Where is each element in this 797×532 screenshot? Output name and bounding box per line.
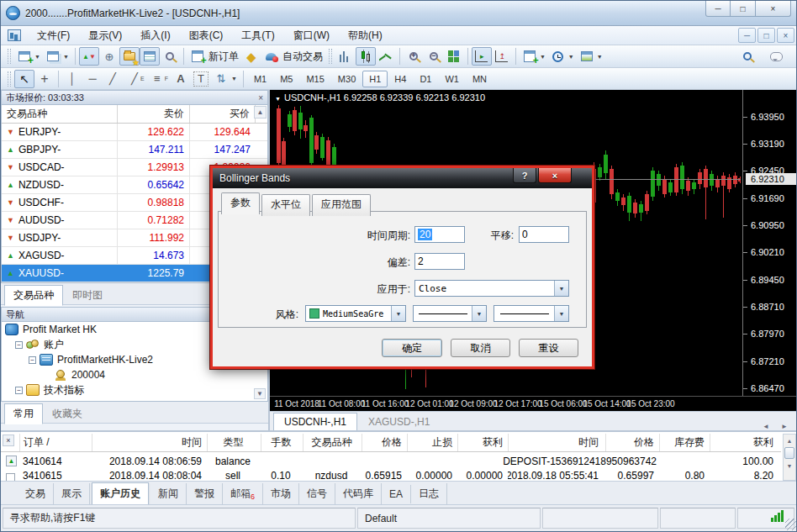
menu-item-w[interactable]: 窗口(W) <box>284 26 339 45</box>
navigator-tab-0[interactable]: 常用 <box>4 403 43 424</box>
terminal-tab-[interactable]: 日志 <box>411 483 447 504</box>
channel-tool[interactable]: ╱E <box>123 70 147 88</box>
metaeditor-button[interactable]: ◆ <box>241 47 261 66</box>
toolbar-grip[interactable] <box>8 49 11 64</box>
dropdown-caret-icon[interactable]: ▼ <box>554 306 568 321</box>
terminal-tab-[interactable]: 代码库 <box>335 483 382 504</box>
terminal-toggle[interactable] <box>140 47 160 66</box>
terminal-row-balance[interactable]: ▲ 34106142018.09.14 08:06:59balanceDEPOS… <box>1 452 781 471</box>
zoom-in-button[interactable]: + <box>404 47 424 66</box>
chart-tab-usdcnhh1[interactable]: USDCNH-,H1 <box>273 413 357 430</box>
market-watch-toggle[interactable]: ▲▼ <box>79 47 99 66</box>
tree-expander-icon[interactable]: − <box>15 387 23 394</box>
trendline-tool[interactable]: ╱ <box>103 70 123 88</box>
chart-window-icon[interactable] <box>8 29 21 41</box>
menu-item-f[interactable]: 文件(F) <box>28 26 79 45</box>
data-window-button[interactable]: ⊕ <box>99 47 119 66</box>
cancel-button[interactable]: 取消 <box>451 339 510 357</box>
menu-item-v[interactable]: 显示(V) <box>79 26 131 45</box>
menu-item-h[interactable]: 帮助(H) <box>339 26 392 45</box>
style-color-select[interactable]: MediumSeaGre ▼ <box>305 305 406 322</box>
autotrading-button[interactable]: 自动交易 <box>261 47 325 66</box>
dialog-tab-1[interactable]: 水平位 <box>261 194 310 216</box>
terminal-tab-[interactable]: 信号 <box>299 483 335 504</box>
reset-button[interactable]: 重设 <box>519 339 578 357</box>
terminal-tab-[interactable]: 新闻 <box>150 483 187 504</box>
scroll-thumb[interactable] <box>784 447 794 459</box>
menu-item-t[interactable]: 工具(T) <box>232 26 283 45</box>
terminal-tab-[interactable]: 账户历史 <box>92 482 149 505</box>
timeframe-m15[interactable]: M15 <box>299 71 330 87</box>
text-tool[interactable]: A <box>171 70 191 88</box>
timeframe-h4[interactable]: H4 <box>388 71 413 87</box>
dropdown-caret-icon[interactable]: ▼ <box>554 281 568 296</box>
terminal-tab-[interactable]: 警报 <box>187 483 223 504</box>
timeframe-d1[interactable]: D1 <box>413 71 438 87</box>
toolbar-grip[interactable] <box>329 49 332 64</box>
crosshair-tool[interactable]: + <box>34 70 55 88</box>
zoom-out-button[interactable]: − <box>424 47 444 66</box>
bar-chart-button[interactable] <box>335 47 356 66</box>
strategy-tester-button[interactable] <box>160 47 180 66</box>
terminal-tab-[interactable]: 交易 <box>18 483 54 504</box>
arrows-tool[interactable]: ⇅▼ <box>211 70 240 88</box>
market-watch-close-icon[interactable]: × <box>258 93 263 103</box>
new-order-button[interactable]: +新订单 <box>187 47 241 66</box>
search-button[interactable] <box>737 47 757 66</box>
mdi-minimize-button[interactable]: ─ <box>738 28 756 43</box>
chat-button[interactable] <box>766 47 786 66</box>
terminal-tab-[interactable]: 展示 <box>54 483 90 504</box>
timeframe-m5[interactable]: M5 <box>273 71 299 87</box>
vertical-line-tool[interactable]: │ <box>62 70 82 88</box>
timeframe-h1[interactable]: H1 <box>362 71 388 87</box>
minimize-button[interactable]: ─ <box>705 1 731 17</box>
chart-tab-scroll-arrows[interactable]: ◄ ► <box>763 423 796 430</box>
tree-expander-icon[interactable]: − <box>15 341 23 349</box>
dialog-help-button[interactable]: ? <box>513 168 536 183</box>
terminal-tab-[interactable]: 邮箱6 <box>223 483 263 504</box>
deviation-input[interactable]: 2 <box>414 253 465 270</box>
profiles-button[interactable]: ▼ <box>43 47 71 66</box>
terminal-row-order[interactable]: 34106152018.09.14 08:08:04sell0.10nzdusd… <box>1 471 781 481</box>
mdi-close-button[interactable]: × <box>777 28 794 43</box>
dropdown-caret-icon[interactable]: ▼ <box>472 306 486 321</box>
market-watch-row-gbpjpy[interactable]: ▲GBPJPY-147.211147.247 <box>2 141 267 159</box>
market-watch-tab-0[interactable]: 交易品种 <box>4 285 63 306</box>
dialog-tab-2[interactable]: 应用范围 <box>312 194 371 216</box>
price-scale[interactable]: 6.92310 6.939506.931906.924506.916906.90… <box>742 90 797 396</box>
templates-button[interactable]: ▼ <box>577 47 605 66</box>
timeframe-w1[interactable]: W1 <box>438 71 466 87</box>
terminal-tab-EA[interactable]: EA <box>382 485 411 503</box>
period-input[interactable]: 20 <box>414 226 465 243</box>
dialog-close-button[interactable]: × <box>538 168 572 183</box>
resize-grip[interactable] <box>785 519 797 530</box>
market-watch-scroll-up[interactable]: ▲ <box>254 106 267 119</box>
menu-item-c[interactable]: 图表(C) <box>180 26 233 45</box>
close-button[interactable]: × <box>756 1 791 17</box>
cursor-tool[interactable]: ↖ <box>14 70 34 88</box>
terminal-tab-[interactable]: 市场 <box>263 483 299 504</box>
timeframe-m30[interactable]: M30 <box>331 71 362 87</box>
fibonacci-tool[interactable]: ≡F <box>147 70 171 88</box>
navigator-toggle[interactable]: ★ <box>119 47 140 66</box>
status-profile[interactable]: Default <box>357 508 541 529</box>
dropdown-caret-icon[interactable]: ▼ <box>391 306 405 321</box>
horizontal-line-tool[interactable]: ─ <box>82 70 103 88</box>
menu-item-i[interactable]: 插入(I) <box>131 26 179 45</box>
text-label-tool[interactable]: T <box>191 70 211 88</box>
market-watch-row-eurjpy[interactable]: ▼EURJPY-129.622129.644 <box>2 124 267 141</box>
tile-windows-button[interactable] <box>444 47 464 66</box>
periods-button[interactable]: ▼ <box>548 47 577 66</box>
indicators-button[interactable]: +▼ <box>520 47 548 66</box>
apply-to-select[interactable]: Close ▼ <box>414 280 569 297</box>
auto-scroll-button[interactable]: ▸ <box>472 47 492 66</box>
new-chart-button[interactable]: +▼ <box>14 47 43 66</box>
maximize-button[interactable]: □ <box>731 1 756 17</box>
time-axis[interactable]: 11 Oct 201811 Oct 08:0011 Oct 16:0012 Oc… <box>270 396 797 411</box>
scroll-down-icon[interactable]: ▼ <box>784 460 795 471</box>
tree-expander-icon[interactable]: − <box>29 356 36 364</box>
terminal-scrollbar[interactable]: ▲ ▼ <box>783 434 796 481</box>
timeframe-mn[interactable]: MN <box>466 71 494 87</box>
scroll-up-icon[interactable]: ▲ <box>784 435 795 446</box>
style-line-select-2[interactable]: ▼ <box>494 305 569 322</box>
